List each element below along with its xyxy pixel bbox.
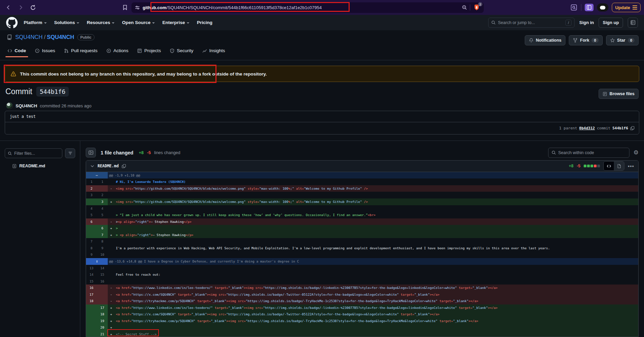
star-button[interactable]: Star 0 (606, 35, 639, 45)
old-line-number[interactable]: 6 (86, 218, 97, 225)
collapse-sidebar-icon[interactable] (86, 148, 96, 157)
tab-projects[interactable]: Projects (137, 48, 161, 57)
address-bar[interactable]: github.com/SQU4NCH/SQU4NCH/commit/544b1f… (131, 2, 484, 13)
new-line-number[interactable]: 4 (97, 205, 108, 212)
new-line-number[interactable]: 21 (97, 331, 108, 337)
new-line-number[interactable]: 18 (97, 311, 108, 318)
new-line-number[interactable]: 2 (97, 192, 108, 198)
avatar[interactable] (6, 102, 13, 109)
new-line-number[interactable] (97, 218, 108, 225)
kebab-menu-icon[interactable]: ••• (628, 163, 634, 169)
file-filter-input[interactable] (14, 151, 59, 156)
old-line-number[interactable]: 7 (86, 238, 97, 245)
filter-options-icon[interactable] (65, 148, 75, 158)
old-line-number[interactable] (86, 232, 97, 238)
old-line-number[interactable] (86, 198, 97, 205)
sign-up-button[interactable]: Sign up (599, 18, 623, 28)
notifications-button[interactable]: Notifications (525, 35, 566, 45)
old-line-number[interactable] (86, 324, 97, 331)
old-line-number[interactable] (86, 225, 97, 232)
command-palette-icon[interactable] (628, 18, 638, 28)
new-line-number[interactable]: 7 (97, 232, 108, 238)
old-line-number[interactable]: 13 (86, 265, 97, 272)
old-line-number[interactable]: 16 (86, 285, 97, 291)
old-line-number[interactable]: 17 (86, 291, 97, 298)
nav-item-resources[interactable]: Resources (87, 20, 115, 25)
files-changed-summary[interactable]: 1 file changed (101, 150, 133, 155)
nav-item-platform[interactable]: Platform (24, 20, 47, 25)
zoom-out-icon[interactable] (462, 5, 467, 10)
tab-issues[interactable]: Issues (35, 48, 55, 57)
new-line-number[interactable]: 17 (97, 304, 108, 311)
code-search-field[interactable] (548, 148, 629, 158)
nav-item-enterprise[interactable]: Enterprise (162, 20, 189, 25)
old-line-number[interactable]: 9 (86, 251, 97, 258)
old-line-number[interactable] (86, 304, 97, 311)
parent-sha-link[interactable]: 0b4d312 (579, 126, 595, 130)
tab-security[interactable]: Security (170, 48, 193, 57)
new-line-number[interactable] (97, 285, 108, 291)
url-text[interactable]: github.com/SQU4NCH/SQU4NCH/commit/544b1f… (143, 5, 322, 10)
old-line-number[interactable]: 2 (86, 185, 97, 192)
tab-code[interactable]: Code (7, 48, 26, 57)
new-line-number[interactable]: 10 (97, 251, 108, 258)
new-line-number[interactable]: 3 (97, 198, 108, 205)
tab-pull-requests[interactable]: Pull requests (64, 48, 98, 57)
old-line-number[interactable]: 3 (86, 192, 97, 198)
sign-in-link[interactable]: Sign in (579, 20, 594, 25)
bookmark-icon[interactable] (121, 3, 129, 12)
nav-item-solutions[interactable]: Solutions (54, 20, 80, 25)
repo-owner-link[interactable]: SQU4NCH (15, 34, 43, 40)
source-view-icon[interactable] (604, 162, 614, 170)
file-tree-item[interactable]: README.md (5, 164, 80, 168)
copy-path-icon[interactable] (122, 164, 126, 168)
old-line-number[interactable]: 4 (86, 205, 97, 212)
global-search[interactable]: / (488, 18, 575, 28)
sidebar-search-icon[interactable] (570, 4, 578, 11)
new-line-number[interactable]: 9 (97, 245, 108, 252)
tab-actions[interactable]: Actions (106, 48, 128, 57)
reload-icon[interactable] (28, 2, 38, 13)
rich-view-icon[interactable] (614, 162, 624, 170)
nav-item-pricing[interactable]: Pricing (197, 20, 212, 25)
new-line-number[interactable]: 8 (97, 238, 108, 245)
code-search-input[interactable] (558, 150, 626, 155)
back-icon[interactable] (3, 2, 14, 13)
fork-button[interactable]: Fork 0 (569, 35, 602, 45)
gear-icon[interactable]: ⚙ (633, 149, 639, 156)
browse-files-button[interactable]: Browse files (599, 89, 639, 99)
brave-shield-icon[interactable]: 2 (473, 4, 480, 11)
new-line-number[interactable]: 14 (97, 265, 108, 272)
diff-filename[interactable]: README.md (98, 164, 119, 168)
old-line-number[interactable]: 18 (86, 298, 97, 304)
author-name[interactable]: SQU4NCH (16, 103, 37, 108)
new-line-number[interactable]: 19 (97, 318, 108, 324)
new-line-number[interactable] (97, 298, 108, 304)
nav-item-open-source[interactable]: Open Source (122, 20, 155, 25)
tab-insights[interactable]: Insights (202, 48, 225, 57)
repo-name-link[interactable]: SQU4NCH (47, 34, 74, 40)
file-filter-field[interactable] (5, 148, 62, 158)
old-line-number[interactable] (86, 311, 97, 318)
old-line-number[interactable]: 8 (86, 245, 97, 252)
chevron-down-icon[interactable] (90, 164, 95, 168)
forward-icon[interactable] (16, 2, 26, 13)
new-line-number[interactable]: 6 (97, 225, 108, 232)
new-line-number[interactable]: 20 (97, 324, 108, 331)
old-line-number[interactable]: 5 (86, 212, 97, 218)
new-line-number[interactable]: 5 (97, 212, 108, 218)
github-logo-icon[interactable] (6, 17, 18, 28)
site-settings-icon[interactable] (135, 5, 140, 10)
sidebar-toggle-icon[interactable] (585, 4, 594, 11)
hunk-dots[interactable]: ⋯ (86, 172, 108, 179)
update-menu-button[interactable]: Update (612, 3, 641, 12)
new-line-number[interactable]: 1 (97, 178, 108, 185)
old-line-number[interactable] (86, 331, 97, 337)
new-line-number[interactable]: 16 (97, 278, 108, 285)
wallet-icon[interactable] (597, 3, 608, 12)
old-line-number[interactable] (86, 318, 97, 324)
copy-sha-icon[interactable] (630, 126, 635, 130)
old-line-number[interactable]: 14 (86, 271, 97, 278)
old-line-number[interactable]: 1 (86, 178, 97, 185)
expand-hunk-icon[interactable]: ↕ (86, 258, 108, 265)
